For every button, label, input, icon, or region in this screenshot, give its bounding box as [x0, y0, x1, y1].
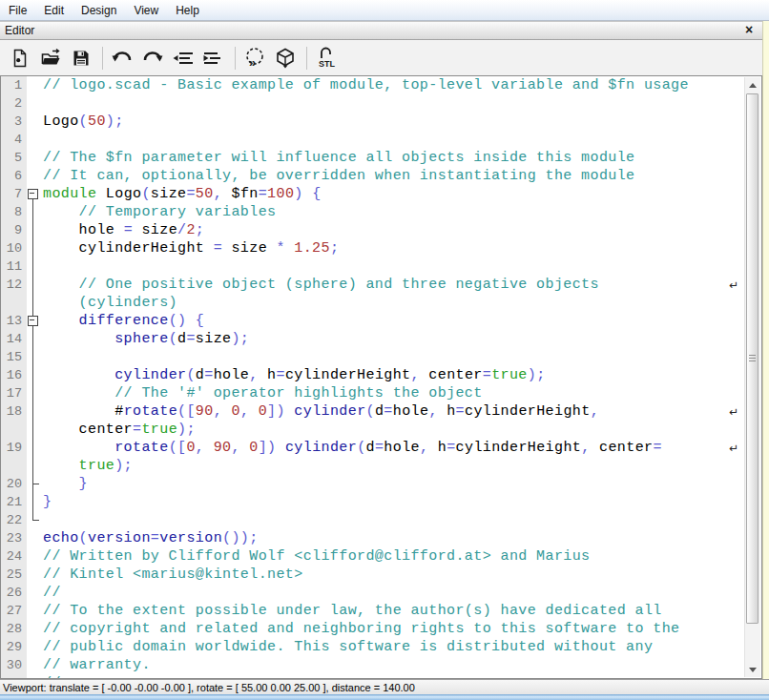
- code-row[interactable]: 24// Written by Clifford Wolf <clifford@…: [1, 547, 745, 566]
- code-row[interactable]: 29// public domain worldwide. This softw…: [1, 638, 745, 656]
- code-row[interactable]: 17 // The '#' operator highlights the ob…: [1, 384, 745, 402]
- code-segment: (: [79, 113, 88, 130]
- code-text: (cylinders): [40, 294, 745, 312]
- code-text: hole = size/2;: [40, 221, 745, 239]
- code-row[interactable]: 21}: [1, 493, 745, 511]
- code-text: // Kintel <marius@kintel.net>: [40, 566, 745, 584]
- scroll-up-button[interactable]: [745, 77, 760, 93]
- fold-margin: [27, 620, 40, 638]
- code-row[interactable]: 10 cylinderHeight = size * 1.25;: [1, 239, 745, 257]
- fold-margin: [27, 566, 40, 584]
- code-segment: (cylinders): [43, 295, 177, 311]
- menu-design[interactable]: Design: [73, 1, 125, 20]
- code-segment: 0: [259, 403, 267, 420]
- render-preview-button[interactable]: »: [240, 45, 269, 72]
- code-row[interactable]: 5// The $fn parameter will influence all…: [1, 149, 745, 167]
- code-segment: ): [294, 186, 302, 202]
- line-number: 8: [1, 203, 27, 221]
- open-folder-icon: [40, 48, 61, 69]
- code-segment: =: [653, 440, 661, 456]
- code-row[interactable]: 23echo(version=version());: [1, 529, 745, 547]
- editor-vscrollbar[interactable]: [744, 77, 760, 677]
- code-segment: *: [276, 240, 284, 257]
- indent-button[interactable]: [199, 45, 228, 72]
- export-stl-button[interactable]: STL: [312, 45, 341, 72]
- code-segment: [43, 476, 79, 492]
- code-row[interactable]: 4: [1, 131, 745, 149]
- code-text: Logo(50);: [40, 113, 745, 131]
- code-row[interactable]: (cylinders): [1, 294, 745, 312]
- code-segment: module: [43, 186, 96, 202]
- code-row[interactable]: 22: [1, 511, 745, 529]
- code-segment: (: [186, 367, 195, 383]
- code-segment: Logo: [96, 186, 141, 202]
- code-row[interactable]: 11: [1, 257, 745, 276]
- code-row[interactable]: 16 cylinder(d=hole, h=cylinderHeight, ce…: [1, 366, 745, 384]
- code-row[interactable]: 7module Logo(size=50, $fn=100) {: [1, 185, 745, 203]
- code-segment: size: [196, 331, 232, 347]
- code-row[interactable]: 12 // One positive object (sphere) and t…: [1, 276, 745, 294]
- menu-file[interactable]: File: [0, 1, 35, 20]
- scrollbar-thumb[interactable]: [746, 93, 759, 624]
- code-row[interactable]: center=true);: [1, 421, 745, 439]
- code-segment: cylinderHeight: [43, 240, 214, 257]
- code-row[interactable]: true);: [1, 457, 745, 475]
- code-text: [40, 257, 745, 276]
- code-editor[interactable]: 1// logo.scad - Basic example of module,…: [0, 75, 762, 679]
- menu-help[interactable]: Help: [167, 1, 208, 20]
- code-row[interactable]: 1// logo.scad - Basic example of module,…: [1, 76, 745, 94]
- code-segment: [43, 367, 114, 383]
- code-row[interactable]: 3Logo(50);: [1, 113, 745, 131]
- line-number: [1, 294, 27, 312]
- line-number: 12: [1, 276, 27, 294]
- code-row[interactable]: 26//: [1, 584, 745, 602]
- code-row[interactable]: 25// Kintel <marius@kintel.net>: [1, 566, 745, 584]
- render-button[interactable]: [271, 45, 300, 72]
- code-row[interactable]: 13 difference() {: [1, 312, 745, 330]
- code-text: // warranty.: [40, 656, 745, 674]
- code-row[interactable]: 31//: [1, 674, 745, 678]
- code-segment: =: [186, 186, 195, 202]
- code-row[interactable]: 14 sphere(d=size);: [1, 330, 745, 348]
- code-row[interactable]: 18 #rotate([90, 0, 0]) cylinder(d=hole, …: [1, 402, 745, 421]
- code-segment: h: [438, 403, 456, 420]
- code-text: // The '#' operator highlights the objec…: [40, 384, 745, 402]
- fold-margin: [27, 348, 40, 366]
- code-row[interactable]: 28// copyright and related and neighbori…: [1, 620, 745, 638]
- code-row[interactable]: 8 // Temporary variables: [1, 203, 745, 221]
- new-file-button[interactable]: [6, 45, 34, 72]
- code-text: true);: [40, 457, 745, 475]
- undo-button[interactable]: [108, 45, 136, 72]
- code-segment: [303, 186, 312, 202]
- code-text: // To the extent possible under law, the…: [40, 602, 745, 620]
- save-button[interactable]: [67, 45, 95, 72]
- redo-button[interactable]: [138, 45, 167, 72]
- code-row[interactable]: 15: [1, 348, 745, 366]
- unindent-button[interactable]: [169, 45, 197, 72]
- open-file-button[interactable]: [36, 45, 65, 72]
- line-number: 27: [1, 602, 27, 620]
- code-segment: ,: [240, 403, 249, 420]
- code-segment: {: [196, 313, 204, 329]
- code-segment: center: [591, 440, 654, 456]
- code-row[interactable]: 30// warranty.: [1, 656, 745, 674]
- close-icon[interactable]: ×: [740, 23, 758, 38]
- fold-toggle-icon[interactable]: [27, 185, 40, 203]
- code-segment: $fn: [222, 186, 259, 202]
- code-row[interactable]: 6// It can, optionally, be overridden wh…: [1, 167, 745, 185]
- code-text: rotate([0, 90, 0]) cylinder(d=hole, h=cy…: [40, 439, 745, 457]
- menu-edit[interactable]: Edit: [35, 1, 73, 20]
- code-row[interactable]: 27// To the extent possible under law, t…: [1, 602, 745, 620]
- code-row[interactable]: 19 rotate([0, 90, 0]) cylinder(d=hole, h…: [1, 439, 745, 457]
- code-row[interactable]: 9 hole = size/2;: [1, 221, 745, 239]
- render-cube-icon: [273, 47, 298, 70]
- menu-view[interactable]: View: [125, 1, 167, 20]
- code-segment: //: [43, 675, 61, 678]
- code-rows[interactable]: 1// logo.scad - Basic example of module,…: [1, 76, 745, 678]
- fold-toggle-icon[interactable]: [27, 312, 40, 330]
- code-segment: true: [141, 422, 177, 438]
- code-row[interactable]: 2: [1, 94, 745, 113]
- scroll-down-button[interactable]: [745, 662, 760, 677]
- code-segment: //: [43, 585, 61, 601]
- code-row[interactable]: 20 }: [1, 475, 745, 493]
